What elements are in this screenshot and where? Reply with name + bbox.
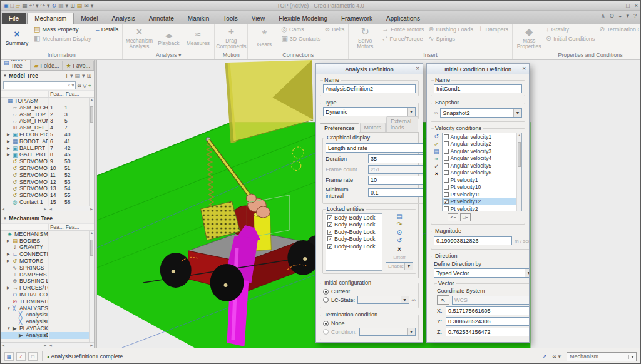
mechanism-tree-vscrollbar[interactable]: ▲ [89,231,94,342]
quick-access-icon[interactable] [3,2,9,9]
model-tree-row[interactable]: ▶ROBOT_ARM 6 41 [1,138,89,145]
quick-access-icon[interactable] [11,2,14,9]
ribbon-button[interactable]: Force/Torque [380,34,426,43]
tab-model-tree[interactable]: Model Tree [1,60,31,70]
checkbox[interactable] [444,170,449,175]
velocity-condition-row[interactable]: Angular velocity6 [443,169,516,177]
model-tree-row[interactable]: SERVOMOTOR6 14 55 [1,192,89,199]
model-tree-row[interactable]: ASM_DEF_CSY 4 7 [1,124,89,131]
direction-method-select[interactable]: Typed Vector▼ [434,268,529,278]
delete-icon[interactable] [435,171,438,177]
ribbon-tab[interactable]: Mechanism [27,13,74,24]
quick-access-icon[interactable] [84,2,89,9]
tab-preferences[interactable]: Preferences [320,123,359,133]
model-tree-row[interactable]: SERVOMOTOR4 12 53 [1,179,89,186]
checkbox[interactable] [444,178,449,183]
frame-rate-input[interactable] [368,176,423,185]
model-tree-row[interactable]: TOP.ASM [1,98,89,104]
model-tree-row[interactable]: SERVOMOTOR5 13 54 [1,185,89,192]
mechanism-tree-row[interactable]: ▶FORCES/TORQUES [1,285,89,291]
search-icon[interactable] [77,83,81,89]
ribbon-button[interactable]: Measures [183,24,212,51]
disable-connection-icon[interactable] [397,238,402,244]
quick-access-icon[interactable] [29,2,34,9]
model-tree-row[interactable]: ASM_FRONT 3 5 [1,118,89,124]
ribbon-button[interactable]: Termination Conditions [597,24,640,34]
velocity-condition-row[interactable]: Pt velocity12 [443,198,516,206]
tree-expand-icon[interactable]: ▶ [7,251,11,258]
tree-expand-icon[interactable]: ▶ [7,131,11,138]
mechanism-tree-row[interactable]: GRAVITY [1,244,89,251]
ribbon-button[interactable]: Gears [250,24,279,51]
column-header[interactable]: Fea... [64,91,79,97]
ribbon-button[interactable]: Belts [323,24,346,34]
ribbon-tab[interactable]: Model [74,13,105,24]
model-tree-row[interactable]: ▶GATE.PRT 8 45 [1,151,89,158]
ribbon-button[interactable]: Bushing Loads [426,24,475,34]
locked-entity-row[interactable]: Body-Body Lock [326,243,382,250]
point-velocity-icon[interactable] [434,141,439,147]
filter-icon[interactable] [83,83,87,89]
mechanism-tree-row[interactable]: AnalysisDefinition1 [1,311,89,318]
ribbon-tab[interactable]: Annotate [142,13,181,24]
preview-glasses-icon[interactable]: ∞ [434,110,438,116]
quick-access-icon[interactable] [58,2,64,9]
lock-connection-icon[interactable] [397,221,402,228]
quick-access-toolbar[interactable] [3,2,93,9]
collapse-icon[interactable]: ▼ [3,74,7,78]
checkbox[interactable] [327,215,332,220]
velocity-list-scrollbar[interactable]: ▲ [516,133,521,211]
tree-toolbar-icon[interactable] [86,73,91,79]
ribbon-button[interactable]: Summary [3,24,31,51]
model-tree-row[interactable]: SERVOMOTOR1 9 50 [1,158,89,165]
tree-expand-icon[interactable]: ▶ [7,238,11,245]
velocity-condition-row[interactable]: Angular velocity1 [443,133,516,141]
minimize-button[interactable]: – [618,3,621,9]
checkbox[interactable] [444,206,449,211]
model-tree-row[interactable]: ASM_RIGHT 1 1 [1,104,89,111]
model-tree-vscrollbar[interactable]: ▲ [89,98,94,206]
tree-expand-icon[interactable]: ▶ [7,138,11,145]
clipboard-button[interactable] [28,352,38,361]
mechanism-tree-row[interactable]: ▶CONNECTIONS [1,251,89,258]
ribbon-button[interactable]: Dampers [476,24,510,34]
tabrow-icon[interactable] [609,13,614,19]
close-icon[interactable]: × [522,65,526,72]
ribbon-button[interactable]: Mass Property [32,24,93,34]
mechanism-tree-row[interactable]: ▼ANALYSES [1,305,89,312]
lock-bodies-icon[interactable] [396,213,402,220]
column-header[interactable]: Fea... [48,224,64,230]
tree-toolbar-icon[interactable] [74,73,80,79]
quick-access-icon[interactable] [40,2,45,9]
locked-entity-row[interactable]: Body-Body Lock [326,236,382,243]
mechanism-tree-row[interactable]: SPRINGS [1,265,89,271]
mechanism-tree-row[interactable]: ▼PLAYBACKS [1,325,89,332]
body-velocity-icon[interactable] [434,149,439,154]
magnitude-input[interactable] [434,236,512,245]
add-icon[interactable] [88,83,91,89]
checkbox[interactable] [444,134,449,139]
tabrow-icon[interactable] [633,13,637,19]
resume-icon[interactable] [542,353,547,360]
ribbon-button[interactable]: Drag Components [217,24,245,51]
tree-expand-icon[interactable]: ▶ [7,285,11,291]
ribbon-tab[interactable]: Tools [216,13,244,24]
locked-entity-row[interactable]: Body-Body Lock [326,228,382,236]
model-tree-row[interactable]: ▶FLOOR.PRT 5 40 [1,131,89,138]
model-tree-row[interactable]: ▶BALL.PRT 7 42 [1,145,89,152]
checkbox[interactable] [444,199,449,204]
velocity-condition-row[interactable]: Pt velocity10 [443,184,516,191]
search-input[interactable] [3,81,76,89]
mechanism-tree-row[interactable]: TERMINATION CONDITIONS [1,298,89,305]
group-label[interactable]: Analysis ▾ [123,52,214,59]
ribbon-button[interactable]: 3D Contacts [279,34,322,43]
locked-entities-list[interactable]: Body-Body LockBody-Body LockBody-Body Lo… [326,213,382,271]
checkbox[interactable] [327,222,332,227]
vector-y-input[interactable] [446,317,529,326]
preview-glasses-icon[interactable]: ∞ [412,297,416,303]
ribbon-tab[interactable]: File [2,13,26,24]
radio-current[interactable] [323,289,329,295]
message-log-button[interactable] [4,352,14,361]
select-arrow-button[interactable]: ↖ [437,295,449,305]
slot-velocity-icon[interactable] [435,156,438,162]
